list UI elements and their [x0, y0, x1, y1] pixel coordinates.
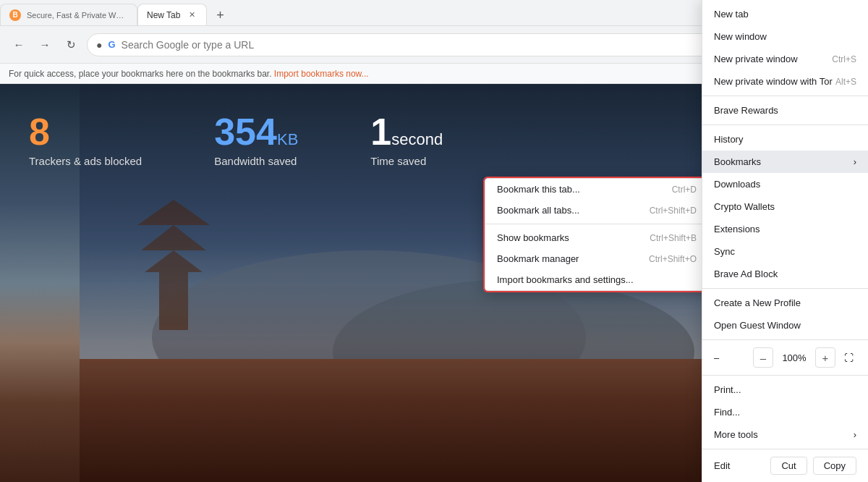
stat-trackers-label: Trackers & ads blocked: [29, 155, 142, 167]
menu-divider-3: [702, 288, 868, 289]
submenu-bookmark-all-tabs[interactable]: Bookmark all tabs... Ctrl+Shift+D: [485, 200, 708, 221]
menu-downloads[interactable]: Downloads: [702, 173, 868, 195]
zoom-label: –: [714, 352, 747, 363]
menu-extensions[interactable]: Extensions: [702, 218, 868, 240]
tab-new-label: New Tab: [147, 10, 180, 20]
address-input-wrap[interactable]: ● G: [87, 33, 781, 56]
menu-new-tab[interactable]: New tab: [702, 3, 868, 25]
stat-bandwidth-unit: KB: [277, 130, 298, 149]
more-tools-arrow-icon: ›: [854, 429, 856, 440]
menu-new-window[interactable]: New window: [702, 25, 868, 48]
submenu-bookmark-manager[interactable]: Bookmark manager Ctrl+Shift+O: [485, 248, 708, 269]
stat-trackers: 8 Trackers & ads blocked: [29, 113, 142, 167]
back-button[interactable]: ←: [9, 35, 29, 55]
tab-brave[interactable]: B Secure, Fast & Private Web Browser w: [0, 4, 137, 25]
stat-time-label: Time saved: [370, 155, 443, 167]
menu-new-private-window[interactable]: New private window Ctrl+S: [702, 48, 868, 70]
menu-history[interactable]: History: [702, 128, 868, 151]
zoom-out-button[interactable]: –: [753, 347, 773, 368]
menu-create-new-profile[interactable]: Create a New Profile: [702, 292, 868, 314]
main-menu-panel: New tab New window New private window Ct…: [702, 0, 868, 482]
bookmarks-bar-text: For quick access, place your bookmarks h…: [9, 69, 272, 79]
stat-time-number: 1: [370, 113, 391, 151]
menu-new-private-window-tor[interactable]: New private window with Tor Alt+S: [702, 70, 868, 93]
submenu-divider-1: [485, 224, 708, 224]
menu-sync[interactable]: Sync: [702, 240, 868, 263]
import-bookmarks-link[interactable]: Import bookmarks now...: [274, 69, 369, 79]
menu-brave-rewards[interactable]: Brave Rewards: [702, 99, 868, 122]
menu-zoom-row: – – 100% + ⛶: [702, 343, 868, 372]
stat-bandwidth-label: Bandwidth saved: [214, 155, 298, 167]
address-input[interactable]: [122, 39, 772, 51]
bookmark-icon: ●: [96, 39, 102, 51]
new-tab-button[interactable]: +: [210, 5, 230, 25]
reload-button[interactable]: ↻: [61, 35, 81, 55]
submenu-bookmark-tab[interactable]: Bookmark this tab... Ctrl+D: [485, 179, 708, 200]
zoom-fullscreen-icon[interactable]: ⛶: [841, 350, 856, 366]
menu-find[interactable]: Find...: [702, 401, 868, 423]
brave-tab-favicon: B: [9, 9, 21, 21]
stats-area: 8 Trackers & ads blocked 354 KB Bandwidt…: [29, 113, 443, 167]
tabs-area: B Secure, Fast & Private Web Browser w N…: [0, 0, 791, 25]
menu-brave-ad-block[interactable]: Brave Ad Block: [702, 263, 868, 285]
svg-rect-9: [166, 287, 181, 330]
submenu-arrow-icon: ›: [854, 156, 856, 167]
menu-open-guest-window[interactable]: Open Guest Window: [702, 314, 868, 337]
forward-button[interactable]: →: [35, 35, 55, 55]
google-icon: G: [108, 39, 115, 50]
submenu-import-bookmarks[interactable]: Import bookmarks and settings...: [485, 269, 708, 290]
menu-divider-6: [702, 449, 868, 449]
svg-rect-4: [80, 359, 788, 482]
bookmarks-submenu: Bookmark this tab... Ctrl+D Bookmark all…: [485, 178, 709, 291]
zoom-in-button[interactable]: +: [815, 347, 835, 368]
cut-button[interactable]: Cut: [770, 457, 807, 475]
stat-time: 1 second Time saved: [370, 113, 443, 167]
edit-label: Edit: [714, 460, 765, 471]
stat-time-unit: second: [391, 130, 443, 149]
stat-trackers-number: 8: [29, 113, 142, 151]
menu-edit-row: Edit Cut Copy: [702, 452, 868, 479]
tab-brave-label: Secure, Fast & Private Web Browser w: [27, 11, 128, 20]
copy-button[interactable]: Copy: [813, 457, 856, 475]
menu-bookmarks[interactable]: Bookmarks ›: [702, 151, 868, 173]
menu-divider-5: [702, 375, 868, 376]
stat-bandwidth: 354 KB Bandwidth saved: [214, 113, 298, 167]
menu-divider-2: [702, 124, 868, 125]
submenu-show-bookmarks[interactable]: Show bookmarks Ctrl+Shift+B: [485, 227, 708, 248]
menu-print[interactable]: Print...: [702, 379, 868, 401]
menu-divider-1: [702, 96, 868, 96]
menu-divider-4: [702, 339, 868, 340]
zoom-value: 100%: [779, 352, 809, 363]
menu-more-tools[interactable]: More tools ›: [702, 423, 868, 446]
stat-bandwidth-number: 354: [214, 113, 277, 151]
tab-close-icon[interactable]: ✕: [186, 9, 197, 21]
tab-new[interactable]: New Tab ✕: [137, 4, 207, 25]
menu-crypto-wallets[interactable]: Crypto Wallets: [702, 195, 868, 218]
